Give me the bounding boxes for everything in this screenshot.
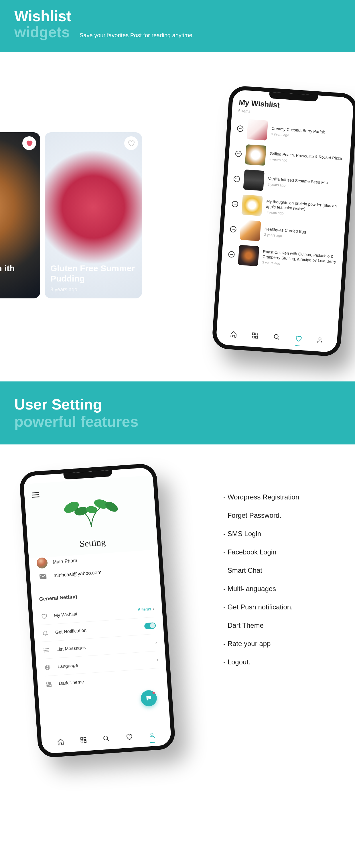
hamburger-icon bbox=[32, 492, 39, 498]
svg-rect-25 bbox=[46, 682, 49, 684]
recipe-card-row: oast Chicken ith Quinoa, … years ago Glu… bbox=[0, 132, 142, 299]
wishlist-meta: Grilled Peach, Proscuitto & Rocket Pizza… bbox=[269, 151, 344, 166]
search-icon bbox=[273, 333, 281, 341]
feature-item: - Facebook Login bbox=[223, 548, 341, 556]
wishlist-meta: Roast Chicken with Quinoa, Pistachio & C… bbox=[262, 249, 337, 270]
wishlist-row[interactable]: Vanilla Infused Sesame Seed Milk 3 years… bbox=[233, 169, 342, 196]
svg-rect-1 bbox=[256, 333, 258, 335]
tab-home[interactable] bbox=[57, 738, 64, 747]
remove-button[interactable] bbox=[233, 176, 240, 182]
wishlist-row[interactable]: Creamy Coconut Berry Parfait 3 years ago bbox=[236, 119, 346, 146]
tab-grid[interactable] bbox=[80, 737, 87, 745]
heart-icon bbox=[26, 140, 33, 147]
tab-grid[interactable] bbox=[251, 332, 259, 341]
tab-profile[interactable] bbox=[148, 732, 156, 740]
recipe-thumbnail bbox=[243, 169, 264, 191]
settings-title: Setting bbox=[28, 533, 158, 553]
recipe-thumbnail bbox=[247, 119, 268, 141]
svg-line-9 bbox=[32, 497, 39, 497]
notification-dot bbox=[152, 691, 155, 694]
plant-illustration bbox=[58, 492, 123, 530]
svg-point-19 bbox=[44, 648, 44, 649]
chat-fab[interactable] bbox=[140, 690, 158, 707]
user-email: minhcasi@yahoo.com bbox=[53, 569, 101, 579]
user-email-row[interactable]: minhcasi@yahoo.com bbox=[37, 566, 152, 580]
banner-title: User Setting bbox=[14, 396, 341, 413]
heart-icon bbox=[295, 335, 302, 342]
tab-wishlist[interactable] bbox=[295, 335, 302, 343]
card-ago: years ago bbox=[0, 287, 34, 293]
feature-item: - Get Push notification. bbox=[223, 603, 341, 611]
tab-home[interactable] bbox=[230, 331, 237, 339]
svg-line-8 bbox=[32, 495, 39, 495]
recipe-thumbnail bbox=[238, 245, 259, 266]
svg-rect-0 bbox=[253, 333, 255, 335]
option-label: My Wishlist bbox=[54, 608, 132, 618]
grid-icon bbox=[251, 332, 259, 339]
svg-rect-15 bbox=[39, 574, 47, 579]
theme-icon bbox=[45, 681, 53, 688]
grid-icon bbox=[80, 737, 87, 744]
svg-rect-26 bbox=[49, 682, 51, 684]
feature-item: - Forget Password. bbox=[223, 512, 341, 520]
tab-profile[interactable] bbox=[316, 337, 323, 345]
svg-rect-33 bbox=[81, 741, 83, 743]
settings-banner: User Setting powerful features bbox=[0, 381, 355, 444]
wishlist-row[interactable]: Healthy-as Curried Egg 2 years ago bbox=[229, 219, 339, 247]
remove-button[interactable] bbox=[232, 201, 238, 207]
tab-search[interactable] bbox=[102, 735, 110, 743]
home-icon bbox=[57, 738, 64, 745]
svg-point-37 bbox=[151, 733, 153, 736]
remove-button[interactable] bbox=[228, 251, 235, 258]
svg-line-5 bbox=[278, 338, 279, 339]
card-caption: Gluten Free Summer Pudding 3 years ago bbox=[51, 263, 136, 293]
features-list: - Wordpress Registration - Forget Passwo… bbox=[223, 493, 341, 676]
favorite-button[interactable] bbox=[124, 136, 138, 150]
menu-button[interactable] bbox=[32, 492, 40, 499]
svg-rect-32 bbox=[84, 737, 86, 739]
banner-title: Wishlist bbox=[14, 8, 341, 24]
avatar bbox=[36, 557, 48, 569]
globe-icon bbox=[44, 664, 52, 671]
svg-line-17 bbox=[45, 650, 49, 650]
notification-toggle[interactable] bbox=[144, 622, 156, 629]
bell-icon bbox=[41, 630, 49, 637]
recipe-card[interactable]: oast Chicken ith Quinoa, … years ago bbox=[0, 132, 40, 299]
heart-icon bbox=[127, 140, 135, 147]
tab-bar bbox=[49, 731, 164, 747]
svg-line-24 bbox=[45, 667, 50, 668]
tab-wishlist[interactable] bbox=[125, 734, 133, 742]
banner-tagline: Save your favorites Post for reading any… bbox=[79, 32, 194, 39]
recipe-card[interactable]: Gluten Free Summer Pudding 3 years ago bbox=[45, 132, 142, 299]
feature-item: - Multi-languages bbox=[223, 585, 341, 593]
wishlist-row[interactable]: Grilled Peach, Proscuitto & Rocket Pizza… bbox=[235, 144, 344, 171]
svg-line-36 bbox=[107, 739, 108, 741]
remove-button[interactable] bbox=[230, 226, 236, 232]
favorite-button[interactable] bbox=[22, 136, 36, 150]
settings-hero: Setting bbox=[24, 475, 158, 558]
section-1-body: oast Chicken ith Quinoa, … years ago Glu… bbox=[0, 52, 355, 381]
card-caption: oast Chicken ith Quinoa, … years ago bbox=[0, 263, 34, 293]
card-title: Gluten Free Summer Pudding bbox=[51, 263, 136, 284]
settings-phone-mockup: Setting Minh Pham minhcasi@yahoo.com Gen… bbox=[19, 463, 176, 758]
wishlist-row[interactable]: Roast Chicken with Quinoa, Pistachio & C… bbox=[228, 244, 337, 272]
wishlist-row[interactable]: My thoughts on protein powder (plus an a… bbox=[231, 194, 341, 221]
recipe-thumbnail bbox=[239, 220, 261, 241]
email-icon bbox=[37, 574, 49, 580]
option-label: Language bbox=[58, 657, 150, 669]
svg-line-16 bbox=[45, 648, 49, 649]
svg-point-21 bbox=[44, 651, 44, 652]
remove-button[interactable] bbox=[235, 150, 241, 157]
feature-item: - Smart Chat bbox=[223, 566, 341, 575]
option-label: Dark Theme bbox=[59, 674, 159, 686]
feature-item: - Wordpress Registration bbox=[223, 493, 341, 501]
user-name: Minh Pham bbox=[53, 558, 77, 565]
chevron-right-icon: › bbox=[153, 605, 155, 612]
feature-item: - Rate your app bbox=[223, 640, 341, 648]
remove-button[interactable] bbox=[237, 125, 243, 132]
option-label: List Messages bbox=[56, 640, 149, 652]
wishlist-phone-mockup: My Wishlist 6 items Creamy Coconut Berry… bbox=[211, 85, 355, 357]
svg-point-6 bbox=[319, 338, 321, 340]
section-2-body: Setting Minh Pham minhcasi@yahoo.com Gen… bbox=[0, 444, 355, 831]
tab-search[interactable] bbox=[273, 333, 281, 342]
